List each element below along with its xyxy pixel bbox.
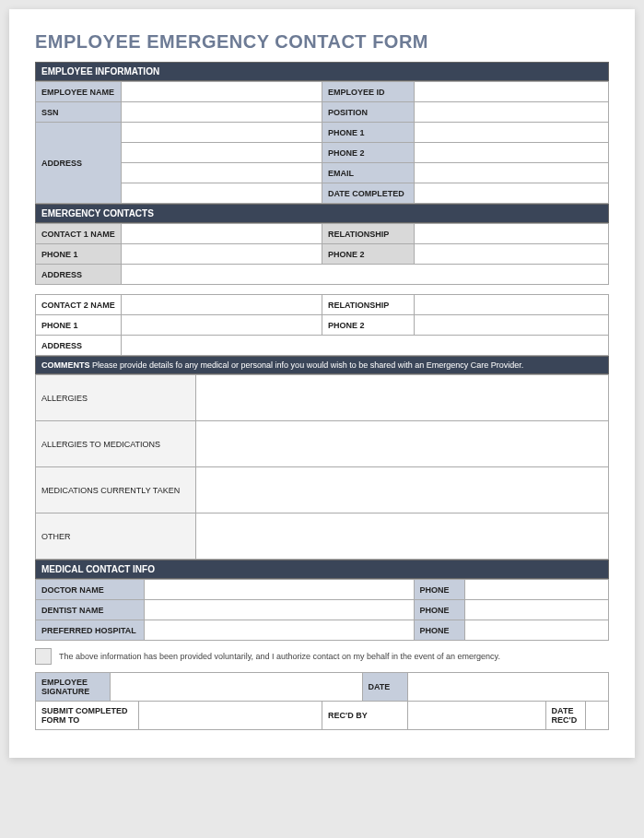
address-input-1[interactable] [122,123,322,143]
contact2-phone1-input[interactable] [122,315,322,336]
doctor-phone-input[interactable] [465,580,609,600]
authorization-text: The above information has been provided … [59,652,500,661]
contact2-phone1-label: PHONE 1 [36,315,122,336]
contact1-phone1-input[interactable] [122,244,322,265]
contact1-table: CONTACT 1 NAME RELATIONSHIP PHONE 1 PHON… [35,223,609,285]
address-label: ADDRESS [36,123,122,204]
hospital-phone-label: PHONE [414,620,465,641]
employee-signature-input[interactable] [110,673,362,702]
submit-label: SUBMIT COMPLETED FORM TO [36,702,139,730]
employee-id-input[interactable] [414,82,609,102]
contact1-relationship-label: RELATIONSHIP [322,224,414,244]
hospital-phone-input[interactable] [465,620,609,641]
meds-taken-label: MEDICATIONS CURRENTLY TAKEN [36,467,196,513]
contact1-name-input[interactable] [122,224,322,244]
position-label: POSITION [322,102,414,123]
section-employee-info: EMPLOYEE INFORMATION [35,62,609,81]
signature-table: EMPLOYEE SIGNATURE DATE SUBMIT COMPLETED… [35,672,609,730]
ssn-input[interactable] [122,102,322,123]
page-title: EMPLOYEE EMERGENCY CONTACT FORM [35,31,609,53]
dentist-phone-label: PHONE [414,600,465,620]
contact2-address-input[interactable] [122,336,609,356]
contact1-address-label: ADDRESS [36,265,122,285]
ssn-label: SSN [36,102,122,123]
contact1-phone2-label: PHONE 2 [322,244,414,265]
contact1-name-label: CONTACT 1 NAME [36,224,122,244]
hospital-label: PREFERRED HOSPITAL [36,620,145,641]
phone2-label: PHONE 2 [322,143,414,163]
position-input[interactable] [414,102,609,123]
address-input-4[interactable] [122,183,322,204]
allergies-input[interactable] [196,375,609,421]
authorization-row: The above information has been provided … [35,641,609,672]
contact2-table: CONTACT 2 NAME RELATIONSHIP PHONE 1 PHON… [35,294,609,356]
contact1-phone1-label: PHONE 1 [36,244,122,265]
address-input-3[interactable] [122,163,322,183]
allergies-meds-label: ALLERGIES TO MEDICATIONS [36,421,196,467]
section-medical-contact: MEDICAL CONTACT INFO [35,560,609,579]
other-label: OTHER [36,513,196,560]
address-input-2[interactable] [122,143,322,163]
contact1-address-input[interactable] [122,265,609,285]
contact2-address-label: ADDRESS [36,336,122,356]
employee-id-label: EMPLOYEE ID [322,82,414,102]
contact2-relationship-label: RELATIONSHIP [322,295,414,315]
phone2-input[interactable] [414,143,609,163]
doctor-phone-label: PHONE [414,580,465,600]
hospital-input[interactable] [145,620,414,641]
date-recd-input[interactable] [586,702,609,730]
comments-table: ALLERGIES ALLERGIES TO MEDICATIONS MEDIC… [35,374,609,560]
authorization-checkbox[interactable] [35,648,52,665]
employee-name-input[interactable] [122,82,322,102]
phone1-label: PHONE 1 [322,123,414,143]
doctor-label: DOCTOR NAME [36,580,145,600]
contact1-relationship-input[interactable] [414,224,609,244]
allergies-meds-input[interactable] [196,421,609,467]
contact1-phone2-input[interactable] [414,244,609,265]
contact2-name-input[interactable] [122,295,322,315]
section-emergency-contacts: EMERGENCY CONTACTS [35,204,609,223]
employee-name-label: EMPLOYEE NAME [36,82,122,102]
email-label: EMAIL [322,163,414,183]
dentist-input[interactable] [145,600,414,620]
form-page: EMPLOYEE EMERGENCY CONTACT FORM EMPLOYEE… [9,9,635,758]
contact2-phone2-label: PHONE 2 [322,315,414,336]
meds-taken-input[interactable] [196,467,609,513]
other-input[interactable] [196,513,609,560]
contact2-name-label: CONTACT 2 NAME [36,295,122,315]
medical-table: DOCTOR NAME PHONE DENTIST NAME PHONE PRE… [35,579,609,641]
date-completed-label: DATE COMPLETED [322,183,414,204]
dentist-phone-input[interactable] [465,600,609,620]
dentist-label: DENTIST NAME [36,600,145,620]
submit-input[interactable] [138,702,322,730]
employee-signature-label: EMPLOYEE SIGNATURE [36,673,111,702]
allergies-label: ALLERGIES [36,375,196,421]
comments-text: Please provide details fo any medical or… [90,360,524,370]
email-input[interactable] [414,163,609,183]
signature-date-input[interactable] [408,673,609,702]
comments-bold: COMMENTS [41,360,90,370]
employee-info-table: EMPLOYEE NAME EMPLOYEE ID SSN POSITION A… [35,81,609,204]
doctor-input[interactable] [145,580,414,600]
comments-header: COMMENTS Please provide details fo any m… [35,356,609,374]
signature-date-label: DATE [362,673,408,702]
date-recd-label: DATE REC'D [545,702,586,730]
phone1-input[interactable] [414,123,609,143]
contact2-phone2-input[interactable] [414,315,609,336]
recd-by-input[interactable] [408,702,545,730]
date-completed-input[interactable] [414,183,609,204]
recd-by-label: REC'D BY [322,702,408,730]
contact2-relationship-input[interactable] [414,295,609,315]
